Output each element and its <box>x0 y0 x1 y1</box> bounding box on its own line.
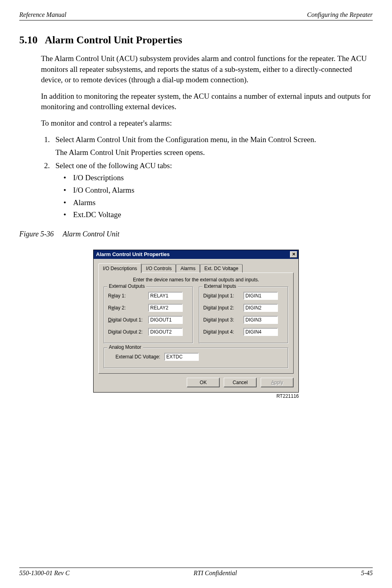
digin4-input[interactable] <box>243 328 278 336</box>
digin2-input[interactable] <box>243 304 278 312</box>
section-number: 5.10 <box>19 34 38 46</box>
analog-legend: Analog Monitor <box>107 344 143 350</box>
inputs-legend: External Inputs <box>202 283 238 289</box>
external-outputs-group: External Outputs Relay 1: Relay 2: Digit… <box>104 287 193 344</box>
digin2-label: Digital Input 2: <box>203 305 243 311</box>
header-right: Configuring the Repeater <box>307 11 373 18</box>
figure-label: Figure 5-36 <box>19 230 54 238</box>
tab-io-controls[interactable]: I/O Controls <box>141 264 176 273</box>
paragraph-1: The Alarm Control Unit (ACU) subsystem p… <box>41 53 373 85</box>
bullet-icon: • <box>63 210 73 220</box>
body-content: The Alarm Control Unit (ACU) subsystem p… <box>19 53 373 222</box>
paragraph-2: In addition to monitoring the repeater s… <box>41 91 373 112</box>
tab-io-descriptions[interactable]: I/O Descriptions <box>98 263 141 273</box>
outputs-legend: External Outputs <box>107 283 146 289</box>
dialog-buttons: OK Cancel Apply <box>98 378 294 387</box>
figure-caption: Figure 5-36 Alarm Control Unit <box>19 230 373 238</box>
header-left: Reference Manual <box>19 11 66 18</box>
section-heading: 5.10 Alarm Control Unit Properties <box>19 34 373 46</box>
step-1: 1. Select Alarm Control Unit from the Co… <box>41 134 373 158</box>
apply-button: Apply <box>261 378 294 387</box>
dialog-title: Alarm Control Unit Properties <box>96 251 169 257</box>
digin1-label: Digital Input 1: <box>203 293 243 299</box>
digout2-label: Digital Output 2: <box>108 329 148 335</box>
tab-panel: Enter the device names for the external … <box>98 273 294 374</box>
footer-left: 550-1300-01 Rev C <box>19 570 69 577</box>
bullet-1: I/O Descriptions <box>73 173 124 183</box>
section-title-text: Alarm Control Unit Properties <box>45 34 182 46</box>
digin3-input[interactable] <box>243 316 278 324</box>
acu-properties-dialog: Alarm Control Unit Properties ✕ I/O Desc… <box>93 250 299 393</box>
digout2-input[interactable] <box>148 328 183 336</box>
step-1-text: Select Alarm Control Unit from the Confi… <box>55 134 373 145</box>
external-inputs-group: External Inputs Digital Input 1: Digital… <box>199 287 288 344</box>
tab-alarms[interactable]: Alarms <box>176 264 200 273</box>
step-1-sub: The Alarm Control Unit Properties screen… <box>55 147 373 158</box>
step-2-number: 2. <box>41 161 55 222</box>
relay2-label: Relay 2: <box>108 305 148 311</box>
extdc-label: External DC Voltage: <box>108 354 164 360</box>
bullet-icon: • <box>63 197 73 208</box>
digin3-label: Digital Input 3: <box>203 317 243 323</box>
tab-strip: I/O Descriptions I/O Controls Alarms Ext… <box>98 263 294 273</box>
relay2-input[interactable] <box>148 304 183 312</box>
close-button[interactable]: ✕ <box>290 251 297 258</box>
digout1-input[interactable] <box>148 316 183 324</box>
figure-title: Alarm Control Unit <box>63 230 119 238</box>
digin1-input[interactable] <box>243 292 278 300</box>
bullet-3: Alarms <box>73 197 96 208</box>
bullet-2: I/O Control, Alarms <box>73 185 135 196</box>
page-header: Reference Manual Configuring the Repeate… <box>19 11 373 20</box>
footer-center: RTI Confidential <box>194 570 237 577</box>
cancel-button[interactable]: Cancel <box>224 378 257 387</box>
page-footer: 550-1300-01 Rev C RTI Confidential 5-45 <box>19 568 373 577</box>
analog-monitor-group: Analog Monitor External DC Voltage: <box>104 348 288 368</box>
relay1-input[interactable] <box>148 292 183 300</box>
figure-image-id: RT221116 <box>93 393 299 399</box>
dialog-titlebar: Alarm Control Unit Properties ✕ <box>94 250 298 259</box>
tab-ext-dc-voltage[interactable]: Ext. DC Voltage <box>200 264 243 273</box>
instruction-text: Enter the device names for the external … <box>104 277 288 283</box>
digin4-label: Digital Input 4: <box>203 329 243 335</box>
extdc-input[interactable] <box>164 353 199 361</box>
paragraph-3: To monitor and control a repeater's alar… <box>41 118 373 129</box>
step-2: 2. Select one of the following ACU tabs:… <box>41 161 373 222</box>
step-2-text: Select one of the following ACU tabs: <box>55 161 373 171</box>
bullet-4: Ext.DC Voltage <box>73 210 121 220</box>
footer-right: 5-45 <box>361 570 373 577</box>
step-1-number: 1. <box>41 134 55 158</box>
relay1-label: Relay 1: <box>108 293 148 299</box>
bullet-icon: • <box>63 173 73 183</box>
ok-button[interactable]: OK <box>187 378 220 387</box>
digout1-label: Digital Output 1: <box>108 317 148 323</box>
bullet-icon: • <box>63 185 73 196</box>
